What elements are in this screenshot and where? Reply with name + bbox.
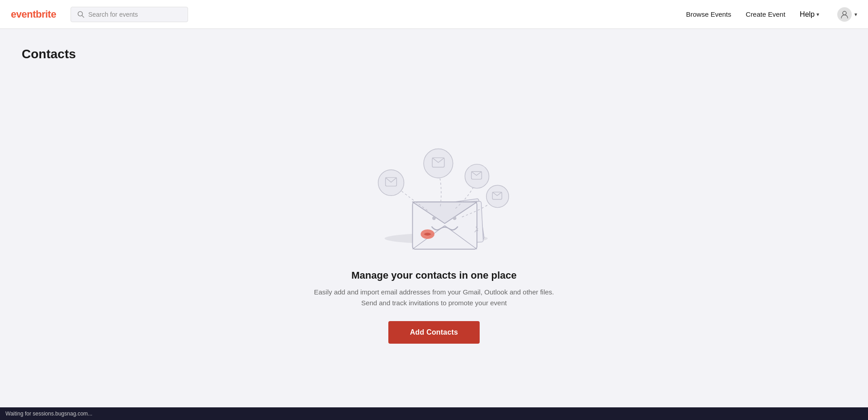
svg-point-12 [378,170,404,196]
page-title: Contacts [22,47,846,61]
svg-point-9 [432,217,436,220]
create-event-link[interactable]: Create Event [746,10,786,18]
search-placeholder: Search for events [88,11,138,18]
svg-point-16 [465,164,489,188]
main-content: Contacts [0,29,868,407]
svg-line-1 [82,15,84,17]
user-menu[interactable]: ▾ [837,7,857,22]
logo-text: eventbrite [11,9,56,20]
help-chevron-icon: ▾ [816,11,819,18]
contacts-illustration [348,102,520,255]
logo[interactable]: eventbrite [11,9,56,20]
search-bar[interactable]: Search for events [71,7,188,22]
svg-point-14 [424,149,453,178]
empty-state-description: Easily add and import email addresses fr… [314,287,554,308]
svg-point-2 [843,11,846,15]
header: eventbrite Search for events Browse Even… [0,0,868,29]
user-avatar-icon [837,7,852,22]
user-chevron-icon: ▾ [854,11,857,18]
empty-state: Manage your contacts in one place Easily… [22,83,846,389]
nav: Browse Events Create Event Help ▾ ▾ [686,7,858,22]
browse-events-link[interactable]: Browse Events [686,10,731,18]
svg-point-10 [453,217,457,220]
status-text: Waiting for sessions.bugsnag.com... [5,411,92,417]
add-contacts-button[interactable]: Add Contacts [388,321,480,344]
help-menu[interactable]: Help ▾ [800,10,819,19]
empty-state-heading: Manage your contacts in one place [351,270,517,281]
svg-point-18 [486,185,509,207]
help-label: Help [800,10,815,19]
search-icon [77,11,85,18]
status-bar: Waiting for sessions.bugsnag.com... [0,407,868,420]
